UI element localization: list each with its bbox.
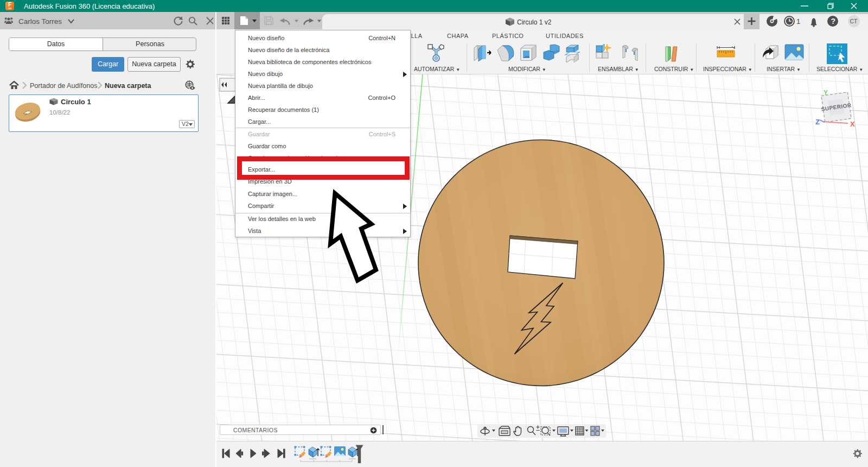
svg-text:X: X	[850, 120, 855, 128]
svg-text:Carlos Torres: Carlos Torres	[18, 17, 62, 26]
svg-text:Y: Y	[824, 89, 828, 97]
svg-text:1: 1	[796, 17, 800, 26]
svg-text:CT: CT	[850, 18, 858, 24]
svg-text:Z: Z	[815, 118, 820, 126]
svg-text:?: ?	[831, 17, 836, 26]
